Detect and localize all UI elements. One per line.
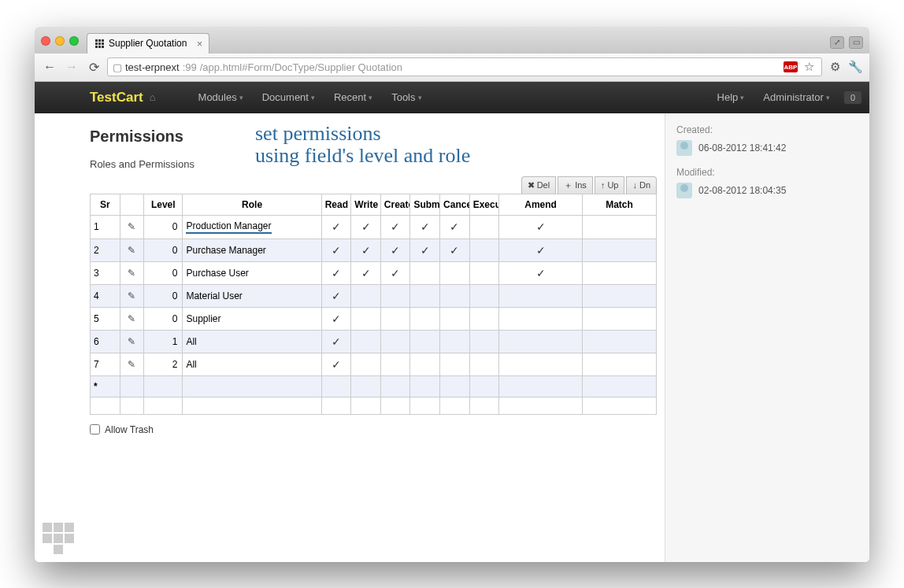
cell-amend[interactable] — [499, 353, 583, 375]
row-edit-button[interactable]: ✎ — [120, 261, 144, 284]
notification-count-badge[interactable]: 0 — [844, 91, 861, 104]
forward-button[interactable]: → — [63, 58, 80, 76]
table-row[interactable]: 7✎2All✓ — [91, 353, 657, 375]
cell-write[interactable]: ✓ — [351, 239, 381, 261]
cell-create[interactable] — [380, 330, 410, 353]
cell-read[interactable]: ✓ — [321, 261, 351, 284]
back-button[interactable]: ← — [41, 58, 58, 76]
cell-execute[interactable] — [469, 261, 499, 284]
cell-cancel[interactable] — [440, 330, 470, 353]
cell-role[interactable]: Supplier — [183, 307, 321, 330]
window-menu-icon[interactable]: ▭ — [849, 36, 863, 49]
cell-execute[interactable] — [469, 353, 499, 375]
cell-amend[interactable] — [499, 284, 583, 307]
cell-role[interactable]: Production Manager — [183, 215, 321, 239]
cell-write[interactable] — [351, 353, 381, 375]
allow-trash-checkbox[interactable] — [90, 424, 100, 435]
nav-help[interactable]: Help▾ — [709, 91, 753, 103]
cell-submit[interactable] — [410, 261, 440, 284]
grid-up-button[interactable]: ↑Up — [595, 176, 625, 194]
grid-insert-button[interactable]: ＋Ins — [558, 176, 593, 194]
cell-read[interactable]: ✓ — [321, 353, 351, 375]
cell-level[interactable]: 1 — [144, 330, 183, 353]
cell-amend[interactable] — [499, 330, 583, 353]
table-row[interactable]: 2✎0Purchase Manager✓✓✓✓✓✓ — [91, 239, 657, 261]
cell-submit[interactable] — [410, 284, 440, 307]
cell-write[interactable]: ✓ — [351, 261, 381, 284]
cell-cancel[interactable]: ✓ — [440, 239, 470, 261]
cell-match[interactable] — [582, 284, 656, 307]
table-row[interactable]: 5✎0Supplier✓ — [91, 307, 657, 330]
cell-level[interactable]: 0 — [144, 261, 183, 284]
cell-read[interactable]: ✓ — [321, 330, 351, 353]
cell-write[interactable] — [351, 307, 381, 330]
cell-amend[interactable]: ✓ — [499, 239, 583, 261]
table-row[interactable]: 3✎0Purchase User✓✓✓✓ — [91, 261, 657, 284]
cell-cancel[interactable] — [440, 307, 470, 330]
cell-write[interactable] — [351, 330, 381, 353]
brand[interactable]: TestCart — [90, 90, 143, 105]
cell-create[interactable] — [380, 353, 410, 375]
cell-role[interactable]: Purchase User — [183, 261, 321, 284]
cell-role[interactable]: Purchase Manager — [183, 239, 321, 261]
window-expand-icon[interactable]: ⤢ — [830, 36, 844, 49]
cell-role[interactable]: All — [183, 353, 321, 375]
cell-amend[interactable]: ✓ — [499, 261, 583, 284]
cell-read[interactable]: ✓ — [321, 215, 351, 239]
bookmark-star-icon[interactable]: ☆ — [801, 60, 817, 74]
row-edit-button[interactable]: ✎ — [120, 215, 144, 239]
cell-level[interactable]: 0 — [144, 284, 183, 307]
table-row[interactable]: 1✎0Production Manager✓✓✓✓✓✓ — [91, 215, 657, 239]
cell-match[interactable] — [582, 307, 656, 330]
cell-create[interactable]: ✓ — [380, 215, 410, 239]
cell-submit[interactable] — [410, 307, 440, 330]
cell-submit[interactable] — [410, 353, 440, 375]
cell-level[interactable]: 2 — [144, 353, 183, 375]
table-row[interactable]: 6✎1All✓ — [91, 330, 657, 353]
cell-write[interactable]: ✓ — [351, 215, 381, 239]
extension-icon[interactable]: ⚙ — [827, 60, 843, 74]
cell-create[interactable] — [380, 284, 410, 307]
browser-tab[interactable]: Supplier Quotation × — [87, 33, 209, 54]
cell-create[interactable] — [380, 307, 410, 330]
adblock-icon[interactable]: ABP — [784, 61, 798, 72]
cell-execute[interactable] — [469, 284, 499, 307]
cell-level[interactable]: 0 — [144, 215, 183, 239]
wrench-icon[interactable]: 🔧 — [847, 60, 863, 74]
cell-execute[interactable] — [469, 215, 499, 239]
row-edit-button[interactable]: ✎ — [120, 353, 144, 375]
cell-execute[interactable] — [469, 307, 499, 330]
row-edit-button[interactable]: ✎ — [120, 239, 144, 261]
cell-read[interactable]: ✓ — [321, 307, 351, 330]
tab-close-icon[interactable]: × — [197, 38, 203, 50]
cell-match[interactable] — [582, 353, 656, 375]
cell-execute[interactable] — [469, 330, 499, 353]
row-edit-button[interactable]: ✎ — [120, 330, 144, 353]
cell-create[interactable]: ✓ — [380, 239, 410, 261]
grid-down-button[interactable]: ↓Dn — [626, 176, 657, 194]
row-edit-button[interactable]: ✎ — [120, 307, 144, 330]
cell-match[interactable] — [582, 215, 656, 239]
reload-button[interactable]: ⟳ — [85, 58, 102, 76]
cell-match[interactable] — [582, 239, 656, 261]
cell-cancel[interactable] — [440, 284, 470, 307]
nav-modules[interactable]: Modules▾ — [191, 91, 251, 103]
window-minimize-button[interactable] — [55, 36, 65, 46]
table-new-row[interactable]: * — [91, 375, 657, 397]
cell-match[interactable] — [582, 261, 656, 284]
nav-document[interactable]: Document▾ — [254, 91, 323, 103]
cell-cancel[interactable] — [440, 353, 470, 375]
cell-role[interactable]: Material User — [183, 284, 321, 307]
cell-submit[interactable]: ✓ — [410, 215, 440, 239]
cell-amend[interactable]: ✓ — [499, 215, 583, 239]
cell-match[interactable] — [582, 330, 656, 353]
nav-tools[interactable]: Tools▾ — [383, 91, 429, 103]
nav-recent[interactable]: Recent▾ — [326, 91, 380, 103]
cell-cancel[interactable] — [440, 261, 470, 284]
cell-read[interactable]: ✓ — [321, 239, 351, 261]
cell-level[interactable]: 0 — [144, 307, 183, 330]
cell-execute[interactable] — [469, 239, 499, 261]
cell-amend[interactable] — [499, 307, 583, 330]
cell-submit[interactable]: ✓ — [410, 239, 440, 261]
cell-read[interactable]: ✓ — [321, 284, 351, 307]
